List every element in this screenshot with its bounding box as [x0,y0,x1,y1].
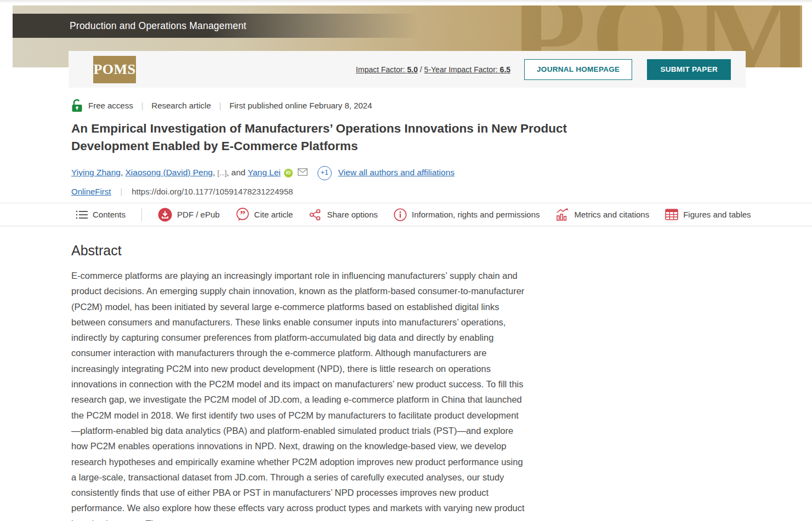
cite-article-button[interactable]: ” Cite article [236,208,293,221]
view-all-authors-link[interactable]: View all authors and affiliations [338,168,455,177]
orcid-icon[interactable]: iD [284,169,293,178]
email-icon[interactable] [298,168,308,178]
share-icon [309,208,322,221]
author-link-2[interactable]: Xiaosong (David) Peng [126,168,213,177]
info-icon [394,208,407,221]
article-toolbar: Contents PDF / ePub ” Cite article Share [0,203,812,226]
open-lock-icon [71,99,83,112]
svg-text:”: ” [240,209,245,221]
authors-row: Yiying Zhang, Xiaosong (David) Peng, [..… [71,165,812,181]
abstract-text: E-commerce platforms are playing an incr… [71,268,526,521]
metrics-chart-icon [555,208,569,221]
authors-ellipsis: [...] [218,169,227,177]
meta-separator: | [121,187,123,196]
published-date-label: First published online February 8, 2024 [229,101,372,110]
onlinefirst-link[interactable]: OnlineFirst [71,187,111,196]
download-icon [158,208,172,222]
poms-logo[interactable]: POMS [93,56,136,83]
impact-separator: / [420,65,422,74]
access-type-label: Free access [88,101,133,110]
meta-separator: | [141,101,144,110]
list-icon [76,209,88,221]
figures-tables-button[interactable]: Figures and tables [665,209,751,220]
meta-separator: | [219,101,222,110]
abstract-heading: Abstract [71,243,526,259]
contents-button[interactable]: Contents [76,209,126,221]
metrics-citations-button[interactable]: Metrics and citations [555,208,649,221]
author-link-1[interactable]: Yiying Zhang [71,168,121,177]
impact-factor-block: Impact Factor: 5.0 / 5-Year Impact Facto… [356,65,510,74]
article-header: Free access | Research article | First p… [71,99,812,196]
information-rights-button[interactable]: Information, rights and permissions [394,208,540,221]
article-type-label: Research article [151,101,211,110]
journal-name: Production and Operations Management [70,20,246,32]
toolbar-divider [141,208,142,221]
more-authors-badge[interactable]: +1 [317,166,332,180]
article-title: An Empirical Investigation of Manufactur… [71,120,631,155]
impact-factor-link[interactable]: Impact Factor: 5.0 [356,65,418,74]
abstract-section: Abstract E-commerce platforms are playin… [71,243,526,521]
submit-paper-button[interactable]: SUBMIT PAPER [647,59,731,80]
pdf-epub-button[interactable]: PDF / ePub [158,208,220,222]
journal-header: POM Production and Operations Management… [0,3,812,91]
doi-text: https://doi.org/10.1177/1059147823122495… [132,187,293,196]
cite-quote-icon: ” [236,208,249,221]
publication-row: OnlineFirst | https://doi.org/10.1177/10… [71,187,812,196]
journal-name-bar: Production and Operations Management [13,14,419,38]
five-year-impact-factor-link[interactable]: 5-Year Impact Factor: 6.5 [424,65,510,74]
article-meta-row: Free access | Research article | First p… [71,99,812,112]
journal-homepage-button[interactable]: JOURNAL HOMEPAGE [524,59,632,80]
table-icon [665,209,678,220]
journal-header-card: POMS Impact Factor: 5.0 / 5-Year Impact … [69,51,746,88]
author-link-3[interactable]: Yang Lei [248,168,281,177]
share-options-button[interactable]: Share options [309,208,378,221]
